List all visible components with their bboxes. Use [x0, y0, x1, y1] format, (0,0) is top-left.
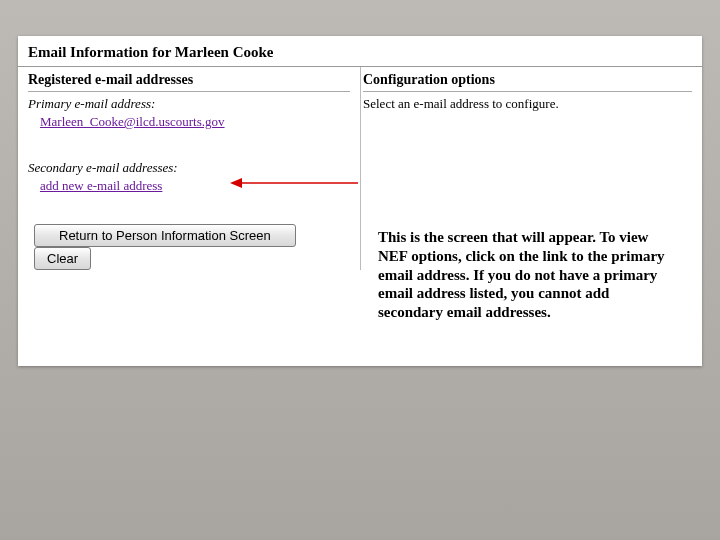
registered-heading: Registered e-mail addresses [28, 72, 350, 91]
secondary-email-label: Secondary e-mail addresses: [28, 160, 350, 176]
divider-left [28, 91, 350, 92]
primary-email-link[interactable]: Marleen_Cooke@ilcd.uscourts.gov [40, 114, 225, 130]
secondary-block: Secondary e-mail addresses: add new e-ma… [28, 160, 350, 196]
add-email-link[interactable]: add new e-mail address [40, 178, 162, 194]
page-title: Email Information for Marleen Cooke [18, 36, 702, 66]
primary-email-label: Primary e-mail address: [28, 96, 350, 112]
annotation-text: This is the screen that will appear. To … [378, 228, 678, 322]
divider-right [363, 91, 692, 92]
button-row: Return to Person Information Screen Clea… [28, 224, 350, 270]
configuration-instruction: Select an e-mail address to configure. [363, 96, 692, 112]
configuration-heading: Configuration options [363, 72, 692, 91]
registered-emails-column: Registered e-mail addresses Primary e-ma… [18, 67, 360, 270]
clear-button[interactable]: Clear [34, 247, 91, 270]
return-button[interactable]: Return to Person Information Screen [34, 224, 296, 247]
